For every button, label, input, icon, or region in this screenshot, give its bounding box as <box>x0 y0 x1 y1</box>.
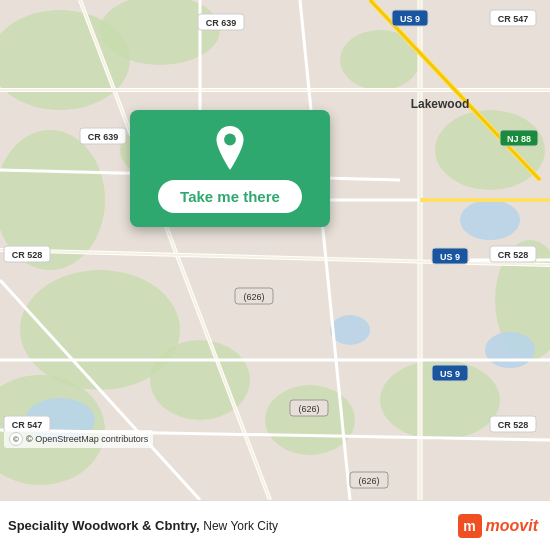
svg-text:CR 528: CR 528 <box>498 250 529 260</box>
svg-text:US 9: US 9 <box>440 252 460 262</box>
svg-text:US 9: US 9 <box>400 14 420 24</box>
moovit-logo: m moovit <box>458 514 538 538</box>
svg-text:(626): (626) <box>358 476 379 486</box>
osm-attribution: © © OpenStreetMap contributors <box>4 430 153 448</box>
svg-text:CR 639: CR 639 <box>206 18 237 28</box>
svg-point-14 <box>485 332 535 368</box>
map-container: CR 639 US 9 CR 547 NJ 88 Lakewood CR 639… <box>0 0 550 500</box>
svg-point-16 <box>330 315 370 345</box>
svg-point-66 <box>224 134 236 146</box>
svg-point-13 <box>460 200 520 240</box>
place-name: Speciality Woodwork & Cbntry, New York C… <box>8 518 278 533</box>
moovit-m-icon: m <box>458 514 482 538</box>
moovit-brand-text: moovit <box>486 517 538 535</box>
svg-text:CR 528: CR 528 <box>12 250 43 260</box>
svg-text:(626): (626) <box>298 404 319 414</box>
svg-text:(626): (626) <box>243 292 264 302</box>
location-pin-icon <box>208 126 252 170</box>
svg-text:CR 547: CR 547 <box>12 420 43 430</box>
svg-text:NJ 88: NJ 88 <box>507 134 531 144</box>
location-card[interactable]: Take me there <box>130 110 330 227</box>
svg-point-8 <box>435 110 545 190</box>
svg-text:US 9: US 9 <box>440 369 460 379</box>
svg-text:CR 547: CR 547 <box>498 14 529 24</box>
svg-text:Lakewood: Lakewood <box>411 97 470 111</box>
place-info: Speciality Woodwork & Cbntry, New York C… <box>8 518 278 533</box>
take-me-there-button[interactable]: Take me there <box>158 180 302 213</box>
bottom-bar: Speciality Woodwork & Cbntry, New York C… <box>0 500 550 550</box>
svg-text:CR 639: CR 639 <box>88 132 119 142</box>
svg-text:CR 528: CR 528 <box>498 420 529 430</box>
